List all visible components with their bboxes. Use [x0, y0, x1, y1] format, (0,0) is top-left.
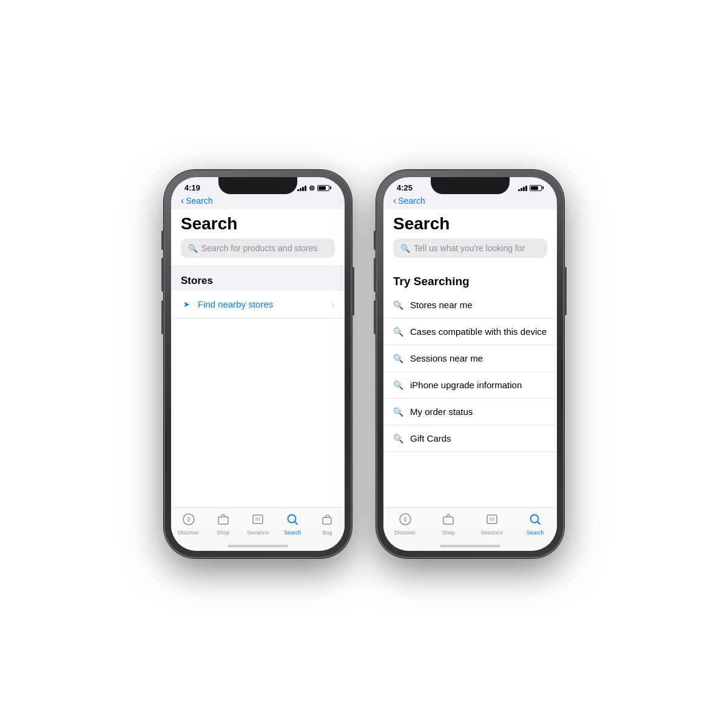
find-nearby-stores-text: Find nearby stores	[198, 299, 326, 309]
suggestion-order-status[interactable]: 🔍 My order status	[383, 399, 557, 425]
search-tab-icon-1	[286, 513, 299, 528]
suggestion-gift-cards[interactable]: 🔍 Gift Cards	[383, 425, 557, 452]
svg-point-8	[400, 514, 411, 525]
page-title-2: Search	[383, 209, 557, 238]
phone-screen-1: 4:19 ⊜ ‹ Search S	[171, 177, 345, 551]
phone-screen-2: 4:25 ‹ Search Search	[383, 177, 557, 551]
tab-label-bag-1: Bag	[322, 530, 332, 536]
volume-down-button	[161, 300, 164, 334]
svg-line-6	[295, 522, 297, 524]
suggestion-text-2: Cases compatible with this device	[410, 326, 547, 337]
tab-label-sessions-2: Sessions	[480, 530, 503, 536]
tab-sessions-1[interactable]: Sessions	[240, 513, 275, 536]
search-placeholder-1: Search for products and stores	[201, 243, 317, 253]
back-nav-2[interactable]: ‹ Search	[383, 195, 557, 209]
suggestion-text-4: iPhone upgrade information	[410, 380, 522, 390]
suggestion-search-icon-4: 🔍	[393, 380, 404, 390]
tab-label-search-2: Search	[527, 530, 544, 536]
phone-1: 4:19 ⊜ ‹ Search S	[164, 170, 352, 558]
tab-label-sessions-1: Sessions	[247, 530, 269, 536]
wifi-icon-1: ⊜	[309, 184, 315, 192]
suggestion-search-icon-5: 🔍	[393, 407, 404, 417]
signal-icon-2	[518, 185, 527, 191]
battery-icon-1	[317, 185, 331, 191]
back-arrow-2: ‹	[393, 196, 396, 206]
power-button	[352, 267, 354, 315]
discover-icon-1	[182, 513, 195, 528]
tab-label-discover-2: Discover	[394, 530, 416, 536]
back-nav-1[interactable]: ‹ Search	[171, 195, 345, 209]
search-tab-icon-2	[528, 513, 542, 528]
back-arrow-1: ‹	[181, 196, 184, 206]
status-icons-2	[518, 185, 544, 191]
suggestion-sessions-near-me[interactable]: 🔍 Sessions near me	[383, 345, 557, 372]
svg-rect-7	[323, 517, 331, 524]
shop-icon-2	[442, 513, 455, 528]
power-button-2	[564, 267, 567, 315]
search-icon-1: 🔍	[188, 244, 198, 253]
suggestion-stores-near-me[interactable]: 🔍 Stores near me	[383, 292, 557, 318]
tab-bag-1[interactable]: Bag	[310, 513, 345, 536]
svg-line-14	[538, 522, 540, 524]
suggestion-text-1: Stores near me	[410, 300, 473, 310]
notch-2	[431, 177, 510, 194]
tab-discover-2[interactable]: Discover	[383, 513, 427, 536]
notch-1	[218, 177, 297, 194]
screen-inner-2: Search 🔍 Tell us what you're looking for…	[383, 209, 557, 528]
tab-search-1[interactable]: Search	[275, 513, 310, 536]
tab-discover-1[interactable]: Discover	[171, 513, 206, 536]
tab-shop-2[interactable]: Shop	[427, 513, 471, 536]
suggestion-search-icon-1: 🔍	[393, 300, 404, 310]
suggestion-cases[interactable]: 🔍 Cases compatible with this device	[383, 318, 557, 345]
bag-icon-1	[320, 513, 334, 528]
volume-up-button-2	[374, 258, 376, 292]
mute-button	[161, 231, 164, 250]
tab-label-search-1: Search	[284, 530, 302, 536]
battery-icon-2	[530, 185, 544, 191]
home-indicator-1	[228, 545, 288, 547]
screen-content-1: Search 🔍 Search for products and stores …	[171, 209, 345, 528]
back-label-2: Search	[398, 196, 425, 206]
tab-shop-1[interactable]: Shop	[206, 513, 240, 536]
chevron-icon-1: ›	[332, 300, 335, 309]
status-icons-1: ⊜	[297, 184, 331, 192]
section-header-stores: Stores	[171, 265, 345, 291]
home-indicator-2	[440, 545, 500, 547]
suggestion-search-icon-2: 🔍	[393, 327, 404, 337]
suggestion-text-6: Gift Cards	[410, 433, 451, 443]
time-1: 4:19	[184, 183, 200, 192]
location-icon-1: ➤	[181, 300, 192, 309]
search-bar-2[interactable]: 🔍 Tell us what you're looking for	[393, 238, 547, 258]
search-placeholder-2: Tell us what you're looking for	[414, 243, 525, 253]
tab-label-shop-2: Shop	[442, 530, 455, 536]
tab-label-discover-1: Discover	[178, 530, 199, 536]
tab-search-2[interactable]: Search	[514, 513, 558, 536]
screen-inner-1: Search 🔍 Search for products and stores …	[171, 209, 345, 528]
sessions-icon-1	[251, 513, 265, 528]
page-title-1: Search	[171, 209, 345, 238]
svg-rect-2	[253, 515, 263, 524]
svg-rect-9	[443, 517, 453, 524]
back-label-1: Search	[186, 196, 212, 206]
mute-button-2	[374, 231, 376, 250]
tab-label-shop-1: Shop	[217, 530, 229, 536]
suggestion-text-5: My order status	[410, 406, 473, 417]
suggestion-search-icon-3: 🔍	[393, 354, 404, 363]
find-nearby-stores-item[interactable]: ➤ Find nearby stores ›	[171, 291, 345, 318]
svg-point-0	[183, 514, 194, 525]
discover-icon-2	[399, 513, 412, 528]
try-searching-header: Try Searching	[383, 265, 557, 292]
screen-content-2: Search 🔍 Tell us what you're looking for…	[383, 209, 557, 528]
suggestion-search-icon-6: 🔍	[393, 434, 404, 443]
shop-icon-1	[217, 513, 230, 528]
volume-down-button-2	[374, 300, 376, 334]
phone-2: 4:25 ‹ Search Search	[376, 170, 564, 558]
volume-up-button	[161, 258, 164, 292]
suggestion-iphone-upgrade[interactable]: 🔍 iPhone upgrade information	[383, 372, 557, 399]
search-bar-1[interactable]: 🔍 Search for products and stores	[181, 238, 335, 258]
svg-rect-10	[487, 515, 497, 524]
tab-sessions-2[interactable]: Sessions	[470, 513, 514, 536]
search-icon-2: 🔍	[400, 244, 410, 253]
svg-rect-1	[218, 517, 228, 524]
suggestion-text-3: Sessions near me	[410, 353, 483, 363]
